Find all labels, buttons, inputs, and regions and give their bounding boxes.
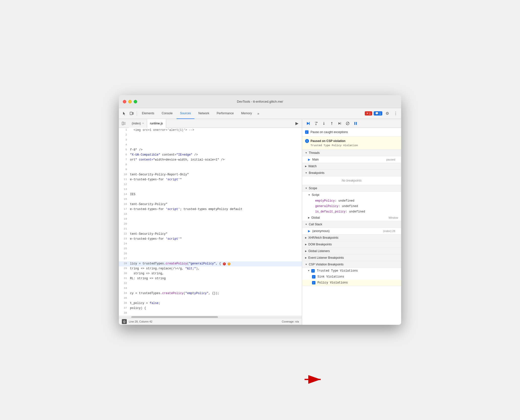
scope-item-3: is_default_policy: undefined [302, 209, 401, 214]
code-line-32: 32 [119, 281, 302, 286]
policy-violations-item[interactable]: Policy Violations [302, 280, 401, 286]
trusted-type-violations-item[interactable]: ▼ Trusted Type Violations [302, 268, 401, 274]
watch-chevron-icon: ▶ [305, 165, 307, 167]
sink-violations-item[interactable]: Sink Violations [302, 274, 401, 280]
svg-marker-6 [307, 122, 309, 125]
more-tabs-button[interactable]: » [256, 112, 261, 116]
tab-memory[interactable]: Memory [238, 108, 255, 119]
sink-violations-checkbox[interactable] [312, 275, 315, 279]
maximize-button[interactable] [134, 100, 137, 103]
global-scope-label: Global [311, 216, 320, 219]
pause-caught-checkbox[interactable] [305, 130, 309, 134]
pause-caught-section: Pause on caught exceptions [302, 128, 401, 137]
message-badge[interactable]: 💬 1 [374, 111, 382, 116]
code-line-16: 16tent-Security-Policy" [119, 202, 302, 207]
code-line-15: 15 [119, 197, 302, 202]
trusted-type-checkbox[interactable] [311, 269, 315, 273]
code-line-10: 10tent-Security-Policy-Report-Only" [119, 172, 302, 177]
code-editor[interactable]: 1 <img src=1 onerror='alert(1)'> -->2345… [119, 128, 302, 316]
breakpoints-chevron-icon: ▼ [305, 172, 307, 174]
svg-rect-20 [356, 122, 357, 125]
xhr-chevron-icon: ▶ [305, 236, 307, 239]
call-stack-fn-label: (anonymous) [312, 229, 330, 233]
code-line-28: 28licy = trustedTypes.createPolicy("gene… [119, 261, 302, 266]
status-left: {} Line 28, Column 42 [122, 319, 152, 324]
cursor-icon[interactable] [121, 110, 128, 117]
thread-main[interactable]: ▶ Main paused [302, 156, 401, 163]
error-badge[interactable]: ✕ 1 [365, 111, 372, 116]
script-scope-header[interactable]: ▼ Script [302, 192, 401, 198]
step-out-button[interactable] [329, 120, 335, 126]
event-listener-label: Event Listener Breakpoints [308, 256, 344, 259]
code-line-27: 27 [119, 257, 302, 261]
tab-network[interactable]: Network [195, 108, 213, 119]
settings-button[interactable]: ⚙ [384, 110, 391, 117]
svg-rect-1 [132, 113, 133, 114]
xhr-label: XHR/fetch Breakpoints [308, 236, 338, 239]
policy-violations-checkbox[interactable] [312, 281, 315, 284]
dom-label: DOM Breakpoints [308, 243, 332, 246]
tab-performance[interactable]: Performance [213, 108, 237, 119]
watch-section-header[interactable]: ▶ Watch [302, 163, 401, 170]
file-tab-index[interactable]: (index) × [129, 119, 147, 128]
dom-chevron-icon: ▶ [305, 243, 307, 246]
threads-section-header[interactable]: ▼ Threads [302, 150, 401, 156]
code-line-25: 25 [119, 247, 302, 252]
tab-console[interactable]: Console [158, 108, 176, 119]
step-button[interactable] [337, 120, 343, 126]
message-icon: 💬 [375, 112, 379, 115]
file-tab-index-close[interactable]: × [142, 122, 144, 125]
code-line-6: 6"X-UA-Compatible" content="IE=edge" /> [119, 153, 302, 158]
format-button[interactable]: {} [122, 319, 127, 324]
deactivate-button[interactable] [345, 120, 351, 126]
tab-elements[interactable]: Elements [138, 108, 158, 119]
code-line-3: 3 [119, 138, 302, 143]
code-line-20: 20 [119, 222, 302, 227]
global-listeners-label: Global Listeners [308, 249, 330, 253]
code-panel: (index) × runtime.js ▶ 1 <img src=1 oner… [119, 119, 302, 325]
more-options-button[interactable]: ⋮ [392, 110, 399, 117]
run-button[interactable]: ▶ [294, 120, 300, 126]
call-stack-section-header[interactable]: ▼ Call Stack [302, 221, 401, 228]
close-button[interactable] [123, 100, 126, 103]
call-stack-item-anonymous[interactable]: ▶ (anonymous) (index):28 [302, 228, 401, 234]
code-scrollbar[interactable] [119, 316, 302, 318]
svg-rect-2 [122, 122, 124, 125]
code-line-5: 5f-8" /> [119, 148, 302, 153]
global-listeners-header[interactable]: ▶ Global Listeners [302, 248, 401, 255]
code-line-19: 19 [119, 217, 302, 222]
sidebar-toggle[interactable] [121, 120, 127, 126]
code-line-22: 22tent-Security-Policy" [119, 232, 302, 237]
resume-button[interactable] [305, 120, 311, 126]
dom-breakpoints-header[interactable]: ▶ DOM Breakpoints [302, 241, 401, 248]
tab-sources[interactable]: Sources [177, 108, 194, 119]
devtools-window: DevTools - tt-enforced.glitch.me/ Elemen… [119, 95, 401, 325]
call-stack-label: Call Stack [309, 223, 322, 226]
watch-label: Watch [308, 164, 317, 168]
global-scope-header[interactable]: ▶ Global Window [302, 214, 401, 221]
policy-violations-label: Policy Violations [317, 281, 348, 284]
code-line-21: 21 [119, 227, 302, 232]
minimize-button[interactable] [128, 100, 132, 103]
threads-content: ▶ Main paused [302, 156, 401, 163]
code-line-35: 35 [119, 296, 302, 301]
breakpoints-section-header[interactable]: ▼ Breakpoints [302, 170, 401, 176]
pause-button[interactable] [353, 120, 359, 126]
device-icon[interactable] [128, 110, 135, 117]
svg-marker-12 [323, 124, 325, 125]
csp-violation-breakpoints-header[interactable]: ▼ CSP Violation Breakpoints [302, 261, 401, 268]
threads-chevron-icon: ▼ [305, 152, 307, 154]
step-over-button[interactable] [313, 120, 319, 126]
csp-violation-chevron-icon: ▼ [305, 263, 307, 266]
csp-violation-breakpoints-content: ▼ Trusted Type Violations Sink Violation… [302, 268, 401, 286]
step-into-button[interactable] [321, 120, 327, 126]
event-listener-breakpoints-header[interactable]: ▶ Event Listener Breakpoints [302, 255, 401, 261]
code-line-13: 13 [119, 187, 302, 192]
file-tab-runtime[interactable]: runtime.js [147, 119, 166, 128]
trusted-type-chevron-icon: ▼ [308, 270, 309, 272]
csp-violation-banner: i Paused on CSP violation Trusted Type P… [302, 137, 401, 150]
scope-section-header[interactable]: ▼ Scope [302, 185, 401, 192]
global-scope-value: Window [389, 216, 398, 219]
code-line-7: 7ort" content="width=device-width, initi… [119, 158, 302, 163]
xhr-breakpoints-header[interactable]: ▶ XHR/fetch Breakpoints [302, 234, 401, 241]
